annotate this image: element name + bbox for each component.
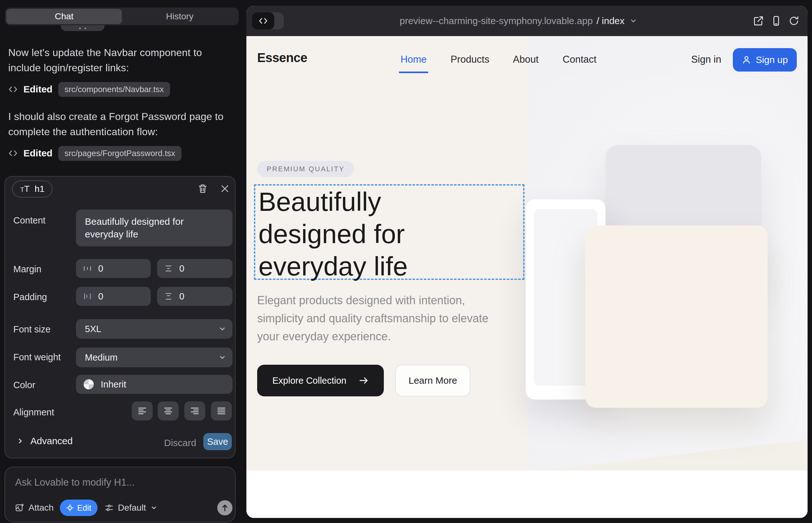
- code-icon: [8, 148, 18, 158]
- edit-mode-button[interactable]: Edit: [60, 500, 98, 516]
- hero-paragraph: Elegant products designed with intention…: [257, 291, 506, 345]
- mobile-preview-icon[interactable]: [771, 16, 782, 26]
- margin-y-input[interactable]: 0: [157, 259, 232, 278]
- font-size-label: Font size: [13, 324, 51, 335]
- preview-browser: preview--charming-site-symphony.lovable.…: [246, 6, 808, 518]
- scrolled-message-pill[interactable]: [61, 25, 105, 31]
- padding-x-icon: [83, 292, 92, 301]
- margin-x-icon: [83, 264, 92, 273]
- edited-file-row: Edited src/components/Navbar.tsx: [8, 81, 170, 97]
- site-logo[interactable]: Essence: [257, 51, 307, 65]
- color-select[interactable]: Inherit: [76, 375, 232, 394]
- align-right-button[interactable]: [184, 401, 205, 420]
- chevron-down-icon: [630, 17, 637, 25]
- element-tag: h1: [35, 184, 44, 194]
- nav-home[interactable]: Home: [401, 54, 427, 65]
- code-icon: [252, 12, 274, 30]
- send-button[interactable]: [217, 500, 232, 516]
- content-label: Content: [13, 215, 46, 226]
- attach-button[interactable]: Attach: [15, 503, 54, 513]
- alignment-label: Alignment: [13, 407, 54, 418]
- padding-x-input[interactable]: 0: [76, 287, 151, 306]
- font-size-select[interactable]: 5XL: [76, 319, 232, 339]
- sign-up-button[interactable]: Sign up: [733, 48, 797, 72]
- prompt-placeholder[interactable]: Ask Lovable to modify H1...: [15, 477, 135, 488]
- padding-y-input[interactable]: 0: [157, 287, 232, 306]
- chat-history-tabs: Chat History: [5, 7, 239, 25]
- advanced-toggle[interactable]: Advanced: [16, 436, 72, 446]
- premium-badge: PREMIUM QUALITY: [257, 161, 354, 177]
- nav-home-underline: [399, 72, 428, 73]
- color-swatch: [84, 379, 94, 390]
- tab-history[interactable]: History: [122, 9, 237, 24]
- sign-in-link[interactable]: Sign in: [691, 54, 721, 65]
- padding-y-icon: [164, 292, 173, 301]
- element-tag-pill[interactable]: TT h1: [12, 180, 53, 198]
- hero-heading: Beautifully designed for everyday life: [259, 185, 408, 283]
- edited-file-chip[interactable]: src/components/Navbar.tsx: [58, 82, 170, 97]
- edited-label: Edited: [23, 84, 53, 95]
- save-button[interactable]: Save: [203, 433, 232, 450]
- open-external-icon[interactable]: [753, 16, 764, 26]
- close-editor-button[interactable]: [218, 182, 231, 195]
- text-size-icon: TT: [20, 184, 30, 194]
- decor-cream-card: [585, 226, 768, 408]
- margin-y-icon: [164, 264, 173, 273]
- site-preview: Essence Home Products About Contact Sign…: [246, 36, 808, 518]
- url-bar[interactable]: preview--charming-site-symphony.lovable.…: [284, 16, 753, 26]
- section-below-hero: [246, 470, 808, 518]
- discard-button[interactable]: Discard: [164, 437, 196, 448]
- chat-message: Now let's update the Navbar component to…: [8, 45, 234, 75]
- refresh-icon[interactable]: [789, 16, 799, 26]
- color-label: Color: [13, 380, 35, 390]
- url-domain: preview--charming-site-symphony.lovable.…: [400, 16, 593, 26]
- nav-contact[interactable]: Contact: [563, 54, 597, 65]
- learn-more-button[interactable]: Learn More: [395, 365, 470, 396]
- edited-file-chip[interactable]: src/pages/ForgotPassword.tsx: [58, 146, 182, 161]
- h1-selection-box[interactable]: Beautifully designed for everyday life: [254, 184, 525, 280]
- chat-sidebar: Chat History Now let's update the Navbar…: [0, 0, 246, 523]
- align-justify-button[interactable]: [211, 401, 232, 420]
- nav-about[interactable]: About: [513, 54, 539, 65]
- edited-label: Edited: [23, 148, 53, 159]
- padding-label: Padding: [13, 292, 47, 302]
- font-weight-label: Font weight: [13, 352, 61, 362]
- default-mode-button[interactable]: Default: [105, 503, 157, 513]
- content-input[interactable]: Beautifully designed for everyday life: [76, 210, 232, 246]
- chevron-down-icon: [218, 325, 226, 333]
- tab-chat[interactable]: Chat: [6, 9, 122, 24]
- browser-chrome: preview--charming-site-symphony.lovable.…: [246, 6, 808, 36]
- margin-x-input[interactable]: 0: [76, 259, 151, 278]
- font-weight-select[interactable]: Medium: [76, 348, 232, 367]
- chevron-down-icon: [218, 354, 226, 361]
- align-left-button[interactable]: [132, 401, 153, 420]
- edited-file-row: Edited src/pages/ForgotPassword.tsx: [8, 145, 181, 161]
- delete-element-button[interactable]: [196, 182, 209, 195]
- margin-label: Margin: [13, 264, 41, 274]
- code-view-toggle[interactable]: [252, 12, 284, 30]
- url-path: / index: [597, 16, 624, 26]
- align-center-button[interactable]: [158, 401, 179, 420]
- nav-products[interactable]: Products: [451, 54, 489, 65]
- chat-message: I should also create a Forgot Password p…: [8, 109, 234, 139]
- prompt-composer[interactable]: Ask Lovable to modify H1... Attach Edit …: [4, 467, 236, 522]
- code-icon: [8, 85, 18, 94]
- element-editor-panel: TT h1 Content Beautifully designed for e…: [4, 176, 236, 458]
- explore-collection-button[interactable]: Explore Collection: [257, 365, 384, 396]
